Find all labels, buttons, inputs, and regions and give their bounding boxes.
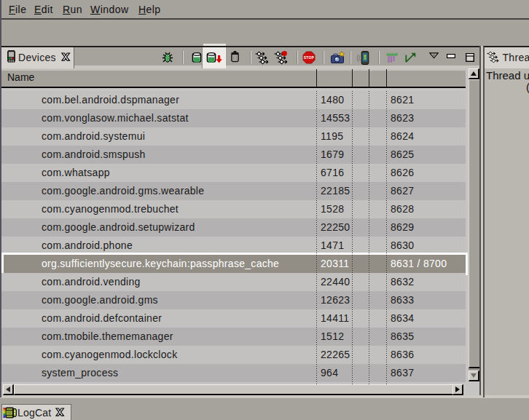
svg-text:STOP: STOP	[304, 55, 315, 60]
